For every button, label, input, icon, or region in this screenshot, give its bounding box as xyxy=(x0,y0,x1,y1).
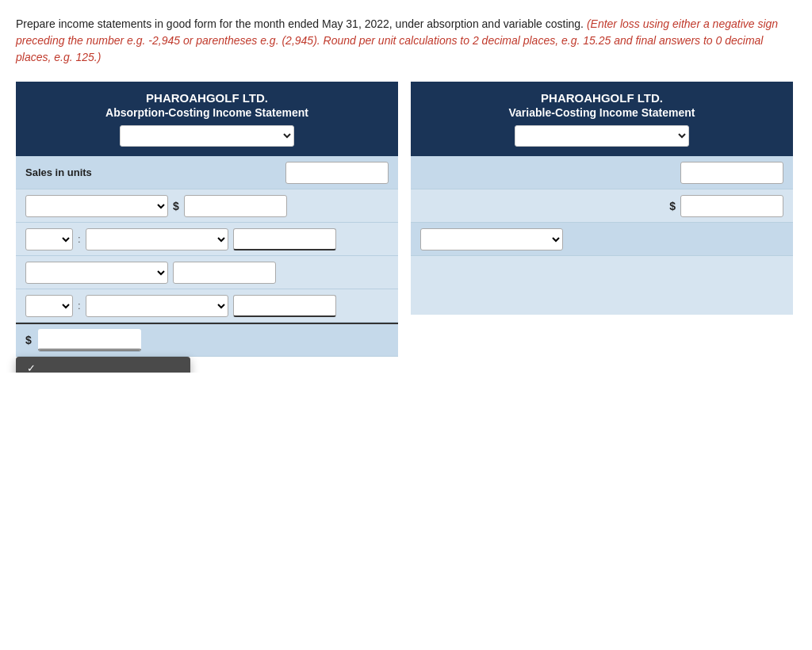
row2-colon: : xyxy=(78,233,81,245)
absorption-row-1: Sales Cost of goods sold Gross profit $ xyxy=(16,189,398,223)
row2-input[interactable] xyxy=(233,228,336,250)
absorption-total-row: $ xyxy=(16,323,398,357)
absorption-header-dropdown-wrapper[interactable]: For the Month Ended May 31, 2022 xyxy=(29,125,385,147)
sales-units-row: Sales in units xyxy=(16,156,398,189)
absorption-header: PHAROAHGOLF LTD. Absorption-Costing Inco… xyxy=(16,82,398,156)
variable-company: PHAROAHGOLF LTD. xyxy=(423,91,780,105)
variable-header-dropdown-wrapper[interactable]: For the Month Ended May 31, 2022 xyxy=(423,125,780,147)
variable-top-input[interactable] xyxy=(680,162,783,184)
absorption-panel: PHAROAHGOLF LTD. Absorption-Costing Inco… xyxy=(16,82,398,357)
variable-header: PHAROAHGOLF LTD. Variable-Costing Income… xyxy=(411,82,793,156)
dropdown-item-blank[interactable] xyxy=(16,357,190,373)
absorption-row-4: : Selling and administrative costs xyxy=(16,289,398,323)
row1-controls: Sales Cost of goods sold Gross profit $ xyxy=(25,195,389,217)
row3-select[interactable]: Cost of goods sold Gross profit Net inco… xyxy=(25,262,168,284)
variable-select[interactable]: Cost of goods manufactured Cost of goods… xyxy=(420,228,563,250)
variable-dollar-sign: $ xyxy=(669,200,676,212)
row2-select2[interactable]: Cost of goods manufactured Cost of goods… xyxy=(86,228,228,250)
variable-body: $ Cost of goods manufactured Cost of goo… xyxy=(411,156,793,315)
absorption-row-3: Cost of goods sold Gross profit Net inco… xyxy=(16,256,398,289)
absorption-subtitle: Absorption-Costing Income Statement xyxy=(29,106,385,119)
absorption-header-select[interactable]: For the Month Ended May 31, 2022 xyxy=(120,125,294,147)
total-dollar: $ xyxy=(25,334,32,346)
total-input[interactable] xyxy=(38,329,141,351)
sales-units-input[interactable] xyxy=(285,162,389,184)
dropdown-menu[interactable]: Sales Cost of goods sold Selling and adm… xyxy=(16,357,190,373)
row3-input[interactable] xyxy=(173,262,276,284)
variable-select-row: Cost of goods manufactured Cost of goods… xyxy=(411,223,793,256)
absorption-company: PHAROAHGOLF LTD. xyxy=(29,91,385,105)
row4-colon: : xyxy=(78,300,81,312)
row2-select1[interactable] xyxy=(25,228,73,250)
sales-units-controls xyxy=(152,162,389,184)
row2-controls: : Cost of goods manufactured Cost of goo… xyxy=(25,228,389,250)
sales-units-label: Sales in units xyxy=(25,166,152,178)
row4-input[interactable] xyxy=(233,295,336,317)
instructions-main: Prepare income statements in good form f… xyxy=(16,17,584,30)
total-controls: $ xyxy=(25,329,389,351)
row4-select1[interactable] xyxy=(25,295,73,317)
row4-controls: : Selling and administrative costs xyxy=(25,295,389,317)
variable-dollar-row: $ xyxy=(411,189,793,223)
variable-dollar-input[interactable] xyxy=(680,195,783,217)
row1-select[interactable]: Sales Cost of goods sold Gross profit xyxy=(25,195,168,217)
row1-dollar: $ xyxy=(173,200,179,212)
row3-controls: Cost of goods sold Gross profit Net inco… xyxy=(25,262,389,284)
main-layout: PHAROAHGOLF LTD. Absorption-Costing Inco… xyxy=(16,82,793,357)
variable-subtitle: Variable-Costing Income Statement xyxy=(423,106,780,119)
variable-header-select[interactable]: For the Month Ended May 31, 2022 xyxy=(515,125,689,147)
row1-input[interactable] xyxy=(184,195,287,217)
absorption-body: Sales in units Sales Cost of goods sold … xyxy=(16,156,398,357)
row4-select2[interactable]: Selling and administrative costs xyxy=(86,295,228,317)
absorption-row-2: : Cost of goods manufactured Cost of goo… xyxy=(16,223,398,256)
variable-panel: PHAROAHGOLF LTD. Variable-Costing Income… xyxy=(411,82,793,315)
variable-spacer-row xyxy=(411,156,793,189)
instructions-block: Prepare income statements in good form f… xyxy=(16,16,793,66)
